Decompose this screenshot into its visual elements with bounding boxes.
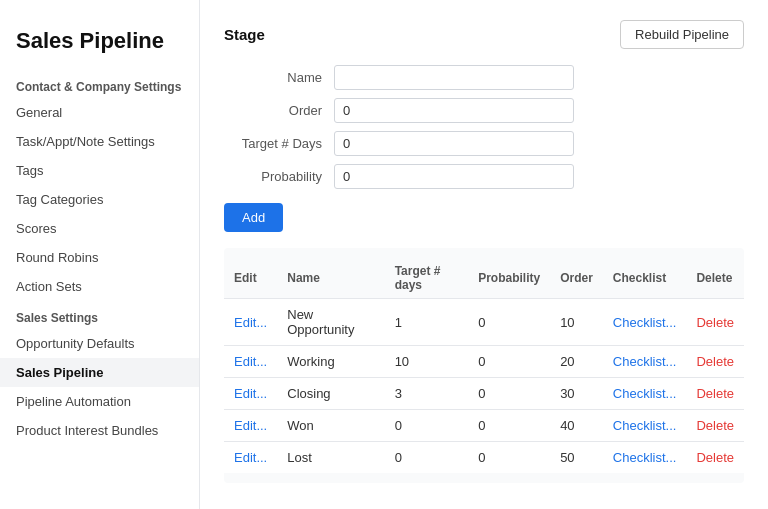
delete-link[interactable]: Delete	[696, 450, 734, 465]
row-name: New Opportunity	[277, 299, 384, 346]
table-row: Edit...Closing3030Checklist...Delete	[224, 378, 744, 410]
row-probability: 0	[468, 410, 550, 442]
name-input[interactable]	[334, 65, 574, 90]
edit-link[interactable]: Edit...	[234, 354, 267, 369]
col-delete: Delete	[686, 258, 744, 299]
sidebar-item-product-interest-bundles[interactable]: Product Interest Bundles	[0, 416, 199, 445]
edit-link[interactable]: Edit...	[234, 315, 267, 330]
table-row: Edit...Won0040Checklist...Delete	[224, 410, 744, 442]
target-days-input[interactable]	[334, 131, 574, 156]
stage-title: Stage	[224, 26, 265, 43]
col-checklist: Checklist	[603, 258, 687, 299]
stages-table-wrapper: Edit Name Target # days Probability Orde…	[224, 248, 744, 483]
rebuild-pipeline-button[interactable]: Rebuild Pipeline	[620, 20, 744, 49]
row-order: 30	[550, 378, 603, 410]
sidebar-item-opportunity-defaults[interactable]: Opportunity Defaults	[0, 329, 199, 358]
page-title: Sales Pipeline	[0, 16, 199, 70]
delete-link[interactable]: Delete	[696, 418, 734, 433]
delete-link[interactable]: Delete	[696, 315, 734, 330]
sidebar-item-pipeline-automation[interactable]: Pipeline Automation	[0, 387, 199, 416]
sidebar-section1-title: Contact & Company Settings	[0, 70, 199, 98]
col-probability: Probability	[468, 258, 550, 299]
main-content: Stage Rebuild Pipeline Name Order Target…	[200, 0, 768, 509]
sidebar-item-task-appt-note[interactable]: Task/Appt/Note Settings	[0, 127, 199, 156]
checklist-link[interactable]: Checklist...	[613, 354, 677, 369]
add-button[interactable]: Add	[224, 203, 283, 232]
sidebar: Sales Pipeline Contact & Company Setting…	[0, 0, 200, 509]
sidebar-item-scores[interactable]: Scores	[0, 214, 199, 243]
table-row: Edit...New Opportunity1010Checklist...De…	[224, 299, 744, 346]
stage-form: Name Order Target # Days Probability	[224, 65, 744, 189]
row-order: 20	[550, 346, 603, 378]
name-label: Name	[224, 70, 334, 85]
row-probability: 0	[468, 299, 550, 346]
checklist-link[interactable]: Checklist...	[613, 386, 677, 401]
row-probability: 0	[468, 378, 550, 410]
row-name: Closing	[277, 378, 384, 410]
row-probability: 0	[468, 442, 550, 474]
sidebar-item-action-sets[interactable]: Action Sets	[0, 272, 199, 301]
probability-label: Probability	[224, 169, 334, 184]
sidebar-section2-title: Sales Settings	[0, 301, 199, 329]
row-target-days: 10	[385, 346, 469, 378]
edit-link[interactable]: Edit...	[234, 418, 267, 433]
col-name: Name	[277, 258, 384, 299]
stages-table: Edit Name Target # days Probability Orde…	[224, 258, 744, 473]
target-days-label: Target # Days	[224, 136, 334, 151]
checklist-link[interactable]: Checklist...	[613, 315, 677, 330]
col-order: Order	[550, 258, 603, 299]
checklist-link[interactable]: Checklist...	[613, 418, 677, 433]
sidebar-item-tags[interactable]: Tags	[0, 156, 199, 185]
col-target-days: Target # days	[385, 258, 469, 299]
table-header-row: Edit Name Target # days Probability Orde…	[224, 258, 744, 299]
row-order: 10	[550, 299, 603, 346]
table-row: Edit...Working10020Checklist...Delete	[224, 346, 744, 378]
row-name: Won	[277, 410, 384, 442]
sidebar-item-round-robins[interactable]: Round Robins	[0, 243, 199, 272]
main-header: Stage Rebuild Pipeline	[224, 20, 744, 49]
edit-link[interactable]: Edit...	[234, 450, 267, 465]
row-order: 50	[550, 442, 603, 474]
delete-link[interactable]: Delete	[696, 354, 734, 369]
delete-link[interactable]: Delete	[696, 386, 734, 401]
row-name: Working	[277, 346, 384, 378]
row-probability: 0	[468, 346, 550, 378]
row-target-days: 0	[385, 442, 469, 474]
edit-link[interactable]: Edit...	[234, 386, 267, 401]
order-label: Order	[224, 103, 334, 118]
sidebar-item-sales-pipeline[interactable]: Sales Pipeline	[0, 358, 199, 387]
row-target-days: 1	[385, 299, 469, 346]
sidebar-item-general[interactable]: General	[0, 98, 199, 127]
col-edit: Edit	[224, 258, 277, 299]
row-name: Lost	[277, 442, 384, 474]
row-target-days: 0	[385, 410, 469, 442]
table-row: Edit...Lost0050Checklist...Delete	[224, 442, 744, 474]
order-input[interactable]	[334, 98, 574, 123]
checklist-link[interactable]: Checklist...	[613, 450, 677, 465]
row-target-days: 3	[385, 378, 469, 410]
sidebar-item-tag-categories[interactable]: Tag Categories	[0, 185, 199, 214]
probability-input[interactable]	[334, 164, 574, 189]
row-order: 40	[550, 410, 603, 442]
